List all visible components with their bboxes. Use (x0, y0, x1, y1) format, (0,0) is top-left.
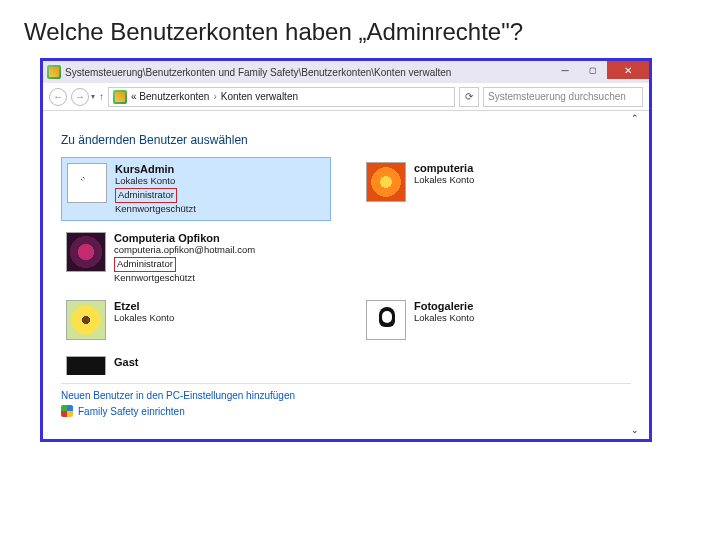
avatar (66, 300, 106, 340)
chevron-right-icon: › (213, 91, 216, 102)
account-detail: Lokales Konto (115, 175, 196, 187)
content-area: Zu ändernden Benutzer auswählen KursAdmi… (43, 123, 649, 425)
minimize-button[interactable] (551, 61, 579, 79)
add-user-link[interactable]: Neuen Benutzer in den PC-Einstellungen h… (61, 390, 631, 401)
account-tile[interactable]: KursAdminLokales KontoAdministratorKennw… (61, 157, 331, 221)
breadcrumb-segment[interactable]: « Benutzerkonten (131, 91, 209, 102)
scroll-up-icon[interactable]: ⌃ (43, 111, 649, 123)
control-panel-icon (47, 65, 61, 79)
search-input[interactable]: Systemsteuerung durchsuchen (483, 87, 643, 107)
account-name: Etzel (114, 300, 174, 312)
forward-button[interactable] (71, 88, 89, 106)
avatar (67, 163, 107, 203)
account-detail: Kennwortgeschützt (115, 203, 196, 215)
family-safety-label: Family Safety einrichten (78, 406, 185, 417)
window-title: Systemsteuerung\Benutzerkonten und Famil… (65, 67, 551, 78)
avatar (66, 232, 106, 272)
scroll-down-icon[interactable]: ⌄ (43, 425, 649, 439)
account-name: Fotogalerie (414, 300, 474, 312)
account-tile[interactable]: Computeria Opfikoncomputeria.opfikon@hot… (61, 227, 331, 289)
refresh-button[interactable] (459, 87, 479, 107)
accounts-grid: KursAdminLokales KontoAdministratorKennw… (61, 157, 631, 375)
account-detail: computeria.opfikon@hotmail.com (114, 244, 255, 256)
account-detail: Administrator (115, 187, 196, 202)
breadcrumb-bar[interactable]: « Benutzerkonten › Konten verwalten (108, 87, 455, 107)
account-detail: Administrator (114, 256, 255, 271)
breadcrumb-segment[interactable]: Konten verwalten (221, 91, 298, 102)
control-panel-window: Systemsteuerung\Benutzerkonten und Famil… (40, 58, 652, 442)
account-tile[interactable]: FotogalerieLokales Konto (361, 295, 631, 345)
account-name: computeria (414, 162, 474, 174)
window-control-buttons (551, 61, 649, 83)
titlebar: Systemsteuerung\Benutzerkonten und Famil… (43, 61, 649, 83)
account-detail: Lokales Konto (414, 312, 474, 324)
history-dropdown-icon[interactable]: ▾ (91, 92, 95, 101)
family-safety-link[interactable]: Family Safety einrichten (61, 405, 631, 417)
slide-title: Welche Benutzerkonten haben „Adminrechte… (0, 0, 720, 58)
account-name: KursAdmin (115, 163, 196, 175)
avatar (366, 162, 406, 202)
account-name: Gast (114, 356, 138, 368)
avatar (66, 356, 106, 375)
footer-links: Neuen Benutzer in den PC-Einstellungen h… (61, 383, 631, 417)
close-button[interactable] (607, 61, 649, 79)
breadcrumb-icon (113, 90, 127, 104)
account-tile[interactable]: Gast (61, 351, 331, 375)
account-tile[interactable]: computeriaLokales Konto (361, 157, 631, 221)
maximize-button[interactable] (579, 61, 607, 79)
avatar (366, 300, 406, 340)
address-toolbar: ▾ « Benutzerkonten › Konten verwalten Sy… (43, 83, 649, 111)
back-button[interactable] (49, 88, 67, 106)
account-detail: Lokales Konto (114, 312, 174, 324)
shield-icon (61, 405, 73, 417)
account-detail: Lokales Konto (414, 174, 474, 186)
account-name: Computeria Opfikon (114, 232, 255, 244)
page-subtitle: Zu ändernden Benutzer auswählen (61, 133, 631, 147)
account-tile[interactable]: EtzelLokales Konto (61, 295, 331, 345)
account-detail: Kennwortgeschützt (114, 272, 255, 284)
up-button[interactable] (99, 91, 104, 102)
